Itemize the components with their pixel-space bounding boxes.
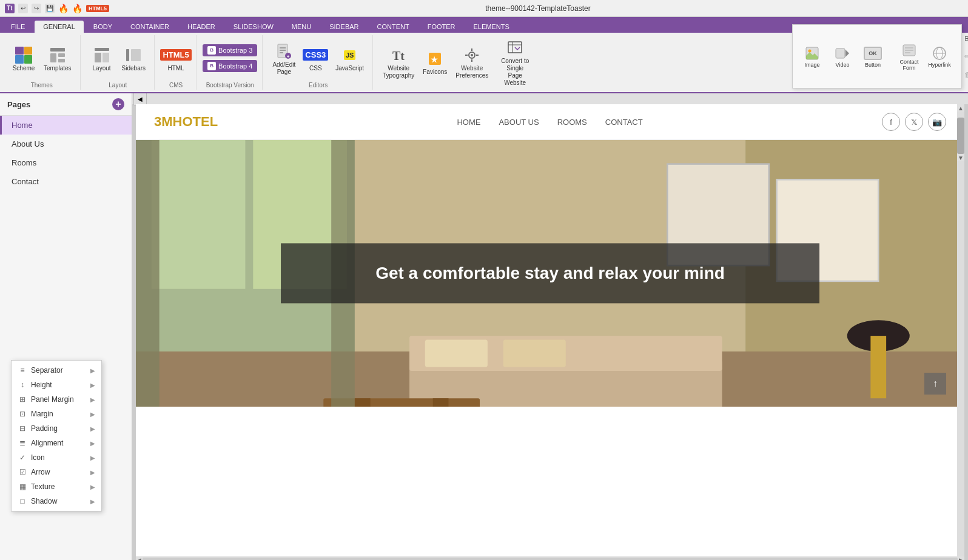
svg-rect-37 xyxy=(503,340,566,367)
fire2-icon[interactable]: 🔥 xyxy=(72,4,82,13)
tab-file[interactable]: FILE xyxy=(2,21,33,33)
nav-rooms[interactable]: ROOMS xyxy=(557,118,587,127)
redo-btn[interactable]: ↪ xyxy=(32,4,41,13)
horizontal-scrollbar[interactable]: ◀ ▶ xyxy=(136,556,964,560)
facebook-icon[interactable]: f xyxy=(882,113,900,131)
toolbar-row: Image Video OK Button xyxy=(799,30,955,83)
layout-inner: Layout Sidebars xyxy=(87,36,149,81)
horizontal-thumb[interactable] xyxy=(143,558,958,560)
image-button[interactable]: Image xyxy=(799,42,825,70)
context-alignment[interactable]: ≣ Alignment ▶ xyxy=(12,436,101,450)
bootstrap4-label: Bootstrap 4 xyxy=(218,62,252,70)
context-padding[interactable]: ⊟ Padding ▶ xyxy=(12,421,101,436)
tab-menu[interactable]: MENU xyxy=(283,21,320,33)
bootstrap3-icon: B xyxy=(207,46,216,55)
nav-aboutus[interactable]: ABOUT US xyxy=(499,118,539,127)
websitepreferences-button[interactable]: WebsitePreferences xyxy=(452,44,492,81)
save-btn[interactable]: 💾 xyxy=(45,4,55,13)
editors-inner: + Add/EditPage CSS3 CSS JS JavaScript xyxy=(269,36,368,81)
converttosingle-label: Convert toSinglePage Website xyxy=(497,58,533,87)
tab-sidebar[interactable]: SIDEBAR xyxy=(321,21,367,33)
contactform-label: ContactForm xyxy=(899,59,918,71)
contactform-button[interactable]: ContactForm xyxy=(896,39,923,73)
padding-label: Padding xyxy=(31,424,58,433)
context-texture[interactable]: ▦ Texture ▶ xyxy=(12,479,101,494)
svg-point-19 xyxy=(471,54,473,56)
svg-text:★: ★ xyxy=(431,55,438,64)
svg-text:Tt: Tt xyxy=(392,49,405,62)
video-button[interactable]: Video xyxy=(829,42,856,70)
margin-icon: ⊡ xyxy=(18,409,27,419)
scroll-up-arrow[interactable]: ▲ xyxy=(957,104,964,112)
fire-icon[interactable]: 🔥 xyxy=(58,4,69,13)
context-margin[interactable]: ⊡ Margin ▶ xyxy=(12,407,101,421)
sidebars-button[interactable]: Sidebars xyxy=(118,44,149,74)
bootstrap3-button[interactable]: B Bootstrap 3 xyxy=(203,44,257,56)
page-item-aboutus[interactable]: About Us xyxy=(0,135,132,153)
nav-home[interactable]: HOME xyxy=(457,118,480,127)
scroll-right-arrow[interactable]: ▶ xyxy=(959,557,963,560)
add-table-button[interactable]: ⊞ Add Table xyxy=(963,30,968,47)
button-button[interactable]: OK Button xyxy=(859,42,886,70)
alignment-left: ≣ Alignment xyxy=(18,438,63,448)
page-item-home[interactable]: Home xyxy=(0,116,132,135)
edit-table-button[interactable]: ✏ Edit Table xyxy=(963,48,968,65)
margin-label: Margin xyxy=(31,410,53,418)
converttosingle-button[interactable]: Convert toSinglePage Website xyxy=(493,36,537,88)
canvas-topbar: ◀ xyxy=(132,93,968,104)
tab-elements[interactable]: ELEMENTS xyxy=(465,21,518,33)
texture-label: Texture xyxy=(31,482,55,491)
websitetypography-button[interactable]: Tt WebsiteTypography xyxy=(379,44,418,81)
favicons-button[interactable]: ★ Favicons xyxy=(419,47,451,78)
javascript-button[interactable]: JS JavaScript xyxy=(332,44,368,74)
page-item-contact[interactable]: Contact xyxy=(0,172,132,191)
undo-btn[interactable]: ↩ xyxy=(18,4,28,13)
edit-table-icon: ✏ xyxy=(964,53,968,61)
hero-overlay: Get a comfortable stay and relax your mi… xyxy=(281,243,819,303)
tab-content[interactable]: CONTENT xyxy=(369,21,418,33)
svg-rect-40 xyxy=(433,398,449,407)
hyperlink-button[interactable]: Hyperlink xyxy=(926,42,953,70)
tab-slideshow[interactable]: SLIDESHOW xyxy=(225,21,282,33)
scrollbar-thumb[interactable] xyxy=(957,118,964,154)
instagram-icon[interactable]: 📷 xyxy=(928,113,946,131)
delete-table-button[interactable]: 🗑 Delete Table xyxy=(963,66,968,83)
context-shadow[interactable]: □ Shadow ▶ xyxy=(12,494,101,508)
padding-left: ⊟ Padding xyxy=(18,424,58,433)
add-page-button[interactable]: + xyxy=(112,98,124,110)
context-icon[interactable]: ✓ Icon ▶ xyxy=(12,450,101,465)
scheme-button[interactable]: Scheme xyxy=(8,44,39,74)
tab-container[interactable]: CONTAINER xyxy=(122,21,178,33)
tab-header[interactable]: HEADER xyxy=(179,21,224,33)
context-arrow[interactable]: ☑ Arrow ▶ xyxy=(12,465,101,479)
addeditpage-button[interactable]: + Add/EditPage xyxy=(269,40,299,78)
twitter-icon[interactable]: 𝕏 xyxy=(905,113,923,131)
panelmargin-label: Panel Margin xyxy=(31,395,74,404)
context-panelmargin[interactable]: ⊞ Panel Margin ▶ xyxy=(12,392,101,407)
tt-btn[interactable]: Tt xyxy=(5,4,15,13)
layout-button[interactable]: Layout xyxy=(87,44,117,74)
hotel-nav-links: HOME ABOUT US ROOMS CONTACT xyxy=(457,118,642,127)
canvas-scrollbar[interactable]: ▲ ▼ xyxy=(957,104,964,556)
bootstrap3-label: Bootstrap 3 xyxy=(218,47,252,54)
collapse-panel-button[interactable]: ◀ xyxy=(133,93,147,105)
scroll-down-arrow[interactable]: ▼ xyxy=(957,154,964,161)
alignment-label: Alignment xyxy=(31,439,63,447)
bootstrap4-button[interactable]: B Bootstrap 4 xyxy=(203,60,257,72)
html-label: HTML xyxy=(167,65,184,72)
arrow-label: Arrow xyxy=(31,468,50,476)
themes-group-label: Themes xyxy=(31,81,53,88)
css-button[interactable]: CSS3 CSS xyxy=(300,44,331,74)
scroll-left-arrow[interactable]: ◀ xyxy=(137,557,141,560)
scroll-up-button[interactable]: ↑ xyxy=(924,373,946,395)
tab-general[interactable]: GENERAL xyxy=(35,21,84,33)
context-height[interactable]: ↕ Height ▶ xyxy=(12,378,101,392)
templates-button[interactable]: Templates xyxy=(40,44,75,74)
tab-footer[interactable]: FOOTER xyxy=(419,21,464,33)
page-item-rooms[interactable]: Rooms xyxy=(0,153,132,172)
height-label: Height xyxy=(31,381,52,389)
context-separator[interactable]: ≡ Separator ▶ xyxy=(12,363,101,378)
tab-body[interactable]: BODY xyxy=(85,21,121,33)
nav-contact[interactable]: CONTACT xyxy=(605,118,643,127)
html-button[interactable]: HTML5 HTML xyxy=(161,44,191,74)
